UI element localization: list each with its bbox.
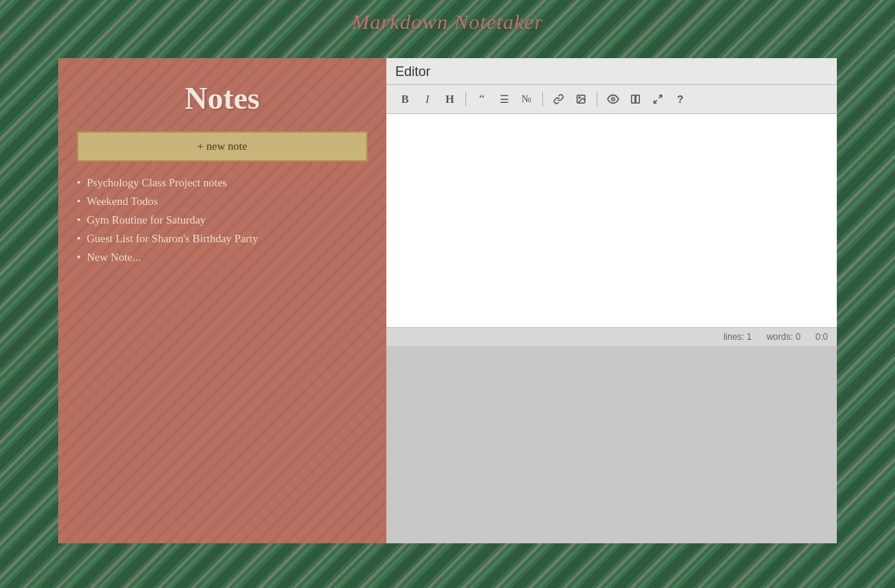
editor-preview-area [386, 346, 837, 544]
svg-rect-4 [636, 95, 640, 104]
list-item[interactable]: New Note... [77, 248, 368, 267]
editor-panel: Editor B I H “ ☰ № [386, 58, 837, 543]
sidebar-heading: Notes [185, 80, 260, 116]
ordered-list-button[interactable]: № [517, 89, 536, 109]
unordered-list-button[interactable]: ☰ [494, 89, 514, 109]
split-button[interactable] [626, 89, 645, 109]
heading-button[interactable]: H [440, 89, 459, 109]
lines-stat: lines: 1 [723, 332, 752, 342]
list-item[interactable]: Psychology Class Project notes [77, 174, 368, 192]
svg-point-1 [579, 97, 580, 98]
toolbar-separator-2 [542, 92, 543, 107]
list-item[interactable]: Gym Routine for Saturday [77, 211, 368, 230]
editor-toolbar: B I H “ ☰ № [386, 85, 837, 114]
fullscreen-button[interactable] [648, 89, 668, 109]
svg-rect-3 [632, 95, 635, 104]
editor-header: Editor [386, 58, 837, 85]
words-stat: words: 0 [767, 332, 800, 342]
cursor-position: 0:0 [815, 332, 828, 342]
italic-button[interactable]: I [418, 89, 437, 109]
notes-list: Psychology Class Project notes Weekend T… [77, 174, 368, 267]
help-button[interactable]: ? [671, 89, 690, 109]
list-item[interactable]: Guest List for Sharon's Birthday Party [77, 230, 368, 248]
editor-statusbar: lines: 1 words: 0 0:0 [386, 327, 837, 346]
editor-content[interactable] [386, 114, 837, 327]
app-title: Markdown Notetaker [0, 10, 895, 34]
blockquote-button[interactable]: “ [472, 89, 492, 109]
toolbar-separator-1 [465, 92, 466, 107]
sidebar: Notes + new note Psychology Class Projec… [58, 58, 386, 543]
image-button[interactable] [571, 89, 591, 109]
main-container: Notes + new note Psychology Class Projec… [58, 58, 837, 543]
bold-button[interactable]: B [395, 89, 415, 109]
list-item[interactable]: Weekend Todos [77, 192, 368, 211]
toolbar-separator-3 [597, 92, 597, 107]
link-button[interactable] [549, 89, 568, 109]
editor-header-label: Editor [395, 64, 430, 79]
svg-point-2 [612, 98, 615, 101]
new-note-button[interactable]: + new note [77, 131, 368, 162]
preview-button[interactable] [603, 89, 623, 109]
